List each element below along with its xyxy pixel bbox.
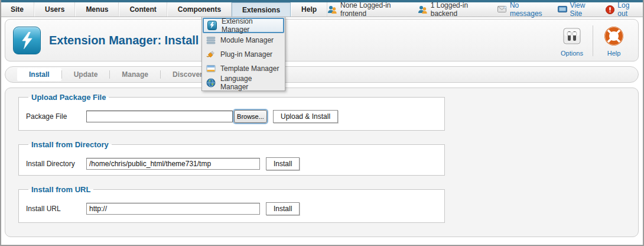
- content-panel: Upload Package File Package File Browse.…: [5, 88, 639, 237]
- messages-label[interactable]: No messages: [510, 1, 545, 18]
- logout-icon: [606, 5, 614, 14]
- install-directory-input[interactable]: [86, 158, 260, 170]
- dropdown-item-label[interactable]: Template Manager: [220, 64, 279, 73]
- mail-icon: [497, 6, 507, 13]
- help-button[interactable]: Help: [596, 24, 632, 57]
- dropdown-item-label[interactable]: Extension Manager: [222, 17, 279, 34]
- options-icon: [562, 27, 581, 48]
- frontend-status-label: None Logged-in frontend: [340, 1, 405, 18]
- page-title: Extension Manager: Install: [49, 34, 199, 47]
- main-menubar: Site Users Menus Content Components Exte…: [0, 2, 644, 17]
- frontend-status: None Logged-in frontend: [327, 1, 405, 18]
- menu-item-menus[interactable]: Menus: [75, 2, 119, 17]
- view-site-label[interactable]: View Site: [570, 1, 593, 18]
- extension-manager-tabs: Install Update Manage Discover Warnings: [5, 66, 639, 83]
- menu-item-content[interactable]: Content: [119, 2, 167, 17]
- status-area: None Logged-in frontend 1 Logged-in back…: [327, 2, 644, 17]
- extensions-dropdown-menu: Extension Manager Module Manager Plug-in…: [201, 17, 285, 91]
- install-directory-button[interactable]: Install: [266, 157, 300, 170]
- upload-package-legend: Upload Package File: [28, 93, 109, 102]
- dropdown-item-label[interactable]: Language Manager: [220, 75, 281, 91]
- template-manager-icon: [206, 64, 216, 73]
- help-label[interactable]: Help: [607, 50, 621, 57]
- page-header-panel: Extension Manager: Install Options: [5, 19, 639, 62]
- users-backend-icon: [418, 5, 428, 14]
- dropdown-item-module-manager[interactable]: Module Manager: [203, 33, 284, 47]
- backend-status-label: 1 Logged-in backend: [431, 1, 484, 18]
- dropdown-item-extension-manager[interactable]: Extension Manager: [203, 18, 284, 33]
- dropdown-item-template-manager[interactable]: Template Manager: [203, 62, 284, 76]
- package-file-input[interactable]: [86, 111, 233, 122]
- options-button[interactable]: Options: [554, 24, 590, 57]
- logout-label[interactable]: Log out: [617, 1, 636, 18]
- install-directory-row: Install Directory Install: [26, 157, 438, 170]
- dropdown-item-plugin-manager[interactable]: Plug-in Manager: [203, 47, 284, 62]
- toolbar-divider: [593, 25, 593, 56]
- package-file-row: Package File Browse... Upload & Install: [26, 110, 438, 123]
- tab-install[interactable]: Install: [17, 68, 61, 81]
- language-manager-icon: [206, 78, 216, 88]
- upload-install-button[interactable]: Upload & Install: [273, 110, 338, 123]
- menu-item-extensions[interactable]: Extensions: [232, 2, 291, 17]
- install-from-url-legend: Install from URL: [28, 185, 93, 194]
- dropdown-item-label[interactable]: Plug-in Manager: [220, 50, 272, 59]
- users-frontend-icon: [327, 5, 337, 14]
- messages-link[interactable]: No messages: [497, 1, 545, 18]
- install-url-input[interactable]: [86, 203, 260, 215]
- install-from-url-section: Install from URL Install URL Install: [18, 185, 445, 223]
- options-label[interactable]: Options: [561, 50, 583, 57]
- header-toolbar: Options Help: [554, 24, 632, 57]
- install-from-directory-legend: Install from Directory: [28, 140, 112, 149]
- install-url-label: Install URL: [26, 205, 86, 213]
- install-directory-label: Install Directory: [26, 160, 86, 168]
- install-url-button[interactable]: Install: [266, 202, 300, 215]
- browse-button[interactable]: Browse...: [234, 110, 267, 123]
- dropdown-item-label[interactable]: Module Manager: [220, 36, 274, 44]
- upload-package-section: Upload Package File Package File Browse.…: [18, 93, 445, 131]
- tab-update[interactable]: Update: [62, 68, 110, 81]
- package-file-label: Package File: [26, 112, 86, 121]
- menu-item-site[interactable]: Site: [0, 2, 34, 17]
- help-icon: [604, 27, 623, 48]
- logout-link[interactable]: Log out: [606, 1, 636, 18]
- menu-item-components[interactable]: Components: [167, 2, 232, 17]
- view-site-link[interactable]: View Site: [558, 1, 593, 18]
- monitor-icon: [558, 6, 567, 14]
- backend-status: 1 Logged-in backend: [418, 1, 484, 18]
- install-url-row: Install URL Install: [26, 202, 438, 215]
- plugin-manager-icon: [206, 50, 216, 59]
- menu-item-help[interactable]: Help: [291, 2, 327, 17]
- tab-manage[interactable]: Manage: [110, 68, 160, 81]
- menu-items: Site Users Menus Content Components Exte…: [0, 2, 327, 17]
- module-manager-icon: [206, 35, 216, 45]
- extension-manager-icon: [207, 21, 217, 30]
- menu-item-users[interactable]: Users: [34, 2, 75, 17]
- install-from-directory-section: Install from Directory Install Directory…: [18, 140, 445, 176]
- dropdown-item-language-manager[interactable]: Language Manager: [203, 76, 284, 90]
- extension-manager-page-icon: [13, 27, 41, 54]
